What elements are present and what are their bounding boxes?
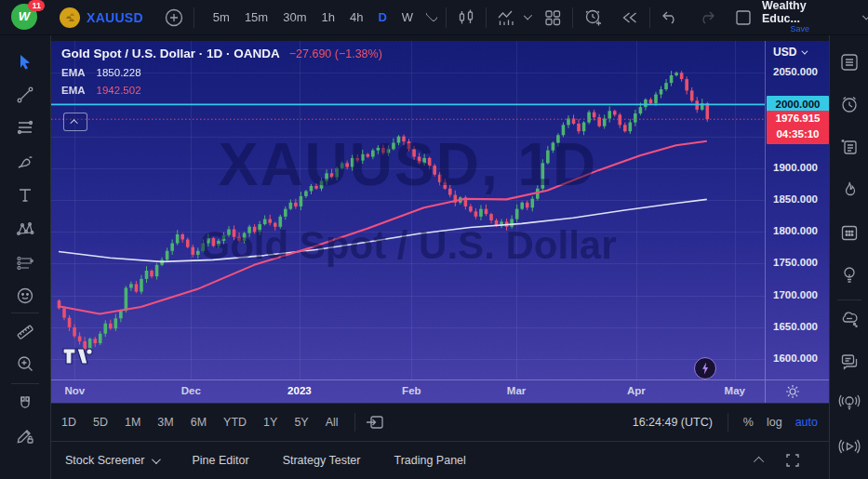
hotlists-flame-icon[interactable] xyxy=(838,179,861,205)
price-tick: 1850.000 xyxy=(773,193,818,205)
toolbar-divider xyxy=(649,7,650,28)
range-divider xyxy=(354,413,355,432)
tf-1d[interactable]: D xyxy=(372,7,392,27)
legend-collapse-button[interactable] xyxy=(63,113,87,131)
legend-title[interactable]: Gold Spot / U.S. Dollar · 1D · OANDA xyxy=(61,47,280,60)
ema-row-1[interactable]: EMA 1850.228 xyxy=(61,67,382,78)
tf-5m[interactable]: 5m xyxy=(207,7,235,27)
xabcd-pattern-tool-button[interactable] xyxy=(9,215,41,243)
symbol-label: XAUUSD xyxy=(87,10,143,25)
tab-pine-editor[interactable]: Pine Editor xyxy=(192,454,248,467)
alert-add-button[interactable] xyxy=(582,7,605,29)
ema2-value: 1942.502 xyxy=(97,85,141,96)
live-ideas-icon[interactable] xyxy=(837,391,861,419)
strategy-tester-label: Strategy Tester xyxy=(283,454,361,467)
tf-15m[interactable]: 15m xyxy=(239,7,274,27)
auto-scale-button[interactable]: auto xyxy=(795,416,818,429)
magnet-mode-button[interactable] xyxy=(9,390,41,418)
tab-trading-panel[interactable]: Trading Panel xyxy=(394,454,465,467)
time-axis-label: Nov xyxy=(64,385,85,396)
tf-1w[interactable]: W xyxy=(396,7,419,27)
brush-tool-button[interactable] xyxy=(9,148,41,176)
cursor-tool-button[interactable] xyxy=(9,47,41,75)
tab-strategy-tester[interactable]: Strategy Tester xyxy=(283,454,361,467)
indicators-button[interactable] xyxy=(496,7,518,28)
trend-line-tool-button[interactable] xyxy=(9,81,41,109)
measure-tool-button[interactable] xyxy=(9,318,41,346)
alerts-icon[interactable] xyxy=(838,93,861,119)
toolbar-divider xyxy=(11,313,39,313)
timeframe-chevron-down-icon[interactable] xyxy=(425,9,438,22)
bar-replay-button[interactable] xyxy=(620,7,640,28)
projection-tool-button[interactable] xyxy=(9,249,41,277)
range-1y-button[interactable]: 1Y xyxy=(257,412,284,432)
notification-badge: 11 xyxy=(28,0,45,11)
range-5d-button[interactable]: 5D xyxy=(87,412,114,432)
symbol-search[interactable]: XAUUSD xyxy=(60,7,143,28)
range-ytd-button[interactable]: YTD xyxy=(217,412,253,432)
chart-pane: XAUUSD, 1D Gold Spot / U.S. Dollar Gold … xyxy=(51,41,829,403)
time-axis-label: May xyxy=(725,385,745,396)
goto-date-button[interactable] xyxy=(365,413,385,432)
layout-chevron-down-icon[interactable] xyxy=(862,11,868,20)
save-layout-icon[interactable] xyxy=(734,8,753,27)
screener-chevron-down-icon xyxy=(152,455,161,464)
right-sidebar xyxy=(829,35,868,479)
last-price-label: 1976.915 04:35:10 xyxy=(767,111,829,144)
price-tick: 1650.000 xyxy=(773,321,818,332)
layout-name-button[interactable]: Wealthy Educ... Save xyxy=(762,0,838,34)
toolbar-divider xyxy=(11,383,39,384)
price-tick: 1900.000 xyxy=(773,162,818,173)
text-tool-button[interactable] xyxy=(9,181,41,209)
range-6m-button[interactable]: 6M xyxy=(184,412,213,432)
undo-button[interactable] xyxy=(660,7,680,28)
emoji-tool-button[interactable] xyxy=(9,282,41,310)
range-1m-button[interactable]: 1M xyxy=(118,412,147,432)
panel-fullscreen-icon[interactable] xyxy=(784,452,801,469)
tf-1h[interactable]: 1h xyxy=(315,7,340,27)
private-chats-icon[interactable] xyxy=(838,350,861,376)
app-logo[interactable]: W 11 xyxy=(11,4,37,32)
range-all-button[interactable]: All xyxy=(319,412,345,432)
toolbar-divider xyxy=(446,7,447,28)
chat-cloud-icon[interactable] xyxy=(838,308,861,334)
drawing-toolbar xyxy=(0,35,51,479)
fib-retracement-tool-button[interactable] xyxy=(9,114,41,142)
tab-stock-screener[interactable]: Stock Screener xyxy=(65,454,158,467)
price-axis[interactable]: USD 2050.0002000.0001950.0001900.0001850… xyxy=(765,41,829,379)
calendar-icon[interactable] xyxy=(838,221,861,247)
scales-settings-gear-icon[interactable] xyxy=(784,383,801,400)
redo-button[interactable] xyxy=(697,7,717,28)
ema-row-2[interactable]: EMA 1942.502 xyxy=(61,85,382,96)
ema1-value: 1850.228 xyxy=(97,67,141,78)
layout-grid-button[interactable] xyxy=(542,7,563,28)
zoom-in-tool-button[interactable] xyxy=(9,350,41,378)
tf-30m[interactable]: 30m xyxy=(277,7,312,27)
range-5y-button[interactable]: 5Y xyxy=(287,412,314,432)
price-tick: 1600.000 xyxy=(773,353,818,364)
price-tick: 1750.000 xyxy=(773,257,818,268)
log-scale-button[interactable]: log xyxy=(767,416,782,429)
range-1d-button[interactable]: 1D xyxy=(55,412,83,432)
price-tick: 1700.000 xyxy=(773,289,818,300)
ema1-label: EMA xyxy=(61,67,86,78)
time-axis-label: Feb xyxy=(402,385,421,396)
watchlist-icon[interactable] xyxy=(838,51,861,77)
percent-scale-button[interactable]: % xyxy=(743,416,754,429)
chart-style-candles-button[interactable] xyxy=(456,7,476,28)
quick-trade-lightning-button[interactable] xyxy=(694,357,716,379)
streams-icon[interactable] xyxy=(836,433,862,463)
time-axis[interactable]: NovDec2023FebMarAprMay xyxy=(51,379,829,403)
drawing-lock-button[interactable] xyxy=(9,421,41,449)
clock-utc[interactable]: 16:24:49 (UTC) xyxy=(633,416,713,429)
price-axis-currency-button[interactable]: USD xyxy=(773,46,806,59)
notes-add-icon[interactable] xyxy=(838,135,861,161)
ideas-lightbulb-icon[interactable] xyxy=(838,263,861,289)
tradingview-logo-icon[interactable] xyxy=(61,344,95,370)
tf-4h[interactable]: 4h xyxy=(344,7,368,27)
range-3m-button[interactable]: 3M xyxy=(151,412,180,432)
pine-editor-label: Pine Editor xyxy=(192,454,248,467)
panel-expand-chevron-icon[interactable] xyxy=(756,454,764,467)
indicators-chevron-down-icon[interactable] xyxy=(524,11,532,20)
compare-add-button[interactable] xyxy=(164,7,184,28)
